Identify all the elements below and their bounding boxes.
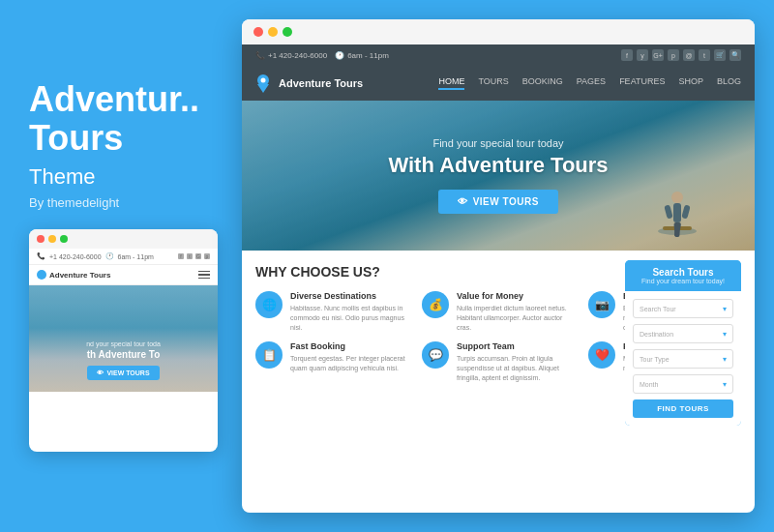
feature-value-money: 💰 Value for Money Nulla imperdiet dictum…	[422, 291, 575, 332]
mp-hero-overlay: nd your special tour toda th Adventure T…	[29, 285, 218, 392]
feature-globe-icon: 🌐	[255, 291, 283, 318]
nav-tours[interactable]: TOURS	[478, 76, 508, 90]
sw-input-type[interactable]: Tour Type ▾	[633, 349, 733, 369]
logo-pin-icon	[255, 74, 271, 93]
sw-arrow-destination: ▾	[723, 330, 727, 339]
social-instagram[interactable]: @	[683, 49, 695, 61]
search-icon[interactable]: 🔍	[729, 49, 741, 61]
rp-logo: Adventure Tours	[255, 74, 363, 93]
clock-icon: 🕐	[335, 51, 344, 60]
feature-booking-icon: 📋	[255, 341, 283, 369]
mp-phone-icon: 📞	[37, 252, 45, 260]
theme-by: By themedelight	[29, 195, 223, 210]
feature-diverse-destinations: 🌐 Diverse Destinations Habitasse. Nunc m…	[255, 291, 408, 332]
nav-shop[interactable]: SHOP	[678, 76, 703, 90]
mp-logo-text: Adventure Tours	[49, 271, 110, 280]
rp-topbar: 📞 +1 420-240-6000 🕐 6am - 11pm f y G+ p …	[242, 44, 755, 66]
feature-text-4: Torquent egestas. Per integer placerat q…	[290, 354, 408, 373]
mp-clock-icon: 🕐	[105, 252, 114, 260]
feature-title-5: Support Team	[457, 341, 575, 351]
feature-heart-icon: ❤️	[588, 341, 615, 369]
nav-booking[interactable]: BOOKING	[522, 76, 563, 90]
social-pinterest[interactable]: p	[668, 49, 679, 61]
social-google[interactable]: G+	[652, 49, 664, 61]
sw-input-month[interactable]: Month ▾	[633, 374, 733, 394]
sw-placeholder-type: Tour Type	[640, 356, 670, 363]
rp-hero: Find your special tour today With Advent…	[242, 101, 755, 251]
search-tours-widget: Search Tours Find your dream tour today!…	[625, 260, 741, 426]
sw-arrow-month: ▾	[723, 380, 727, 389]
rp-phone: 📞 +1 420-240-6000	[255, 51, 327, 60]
rp-why-section: WHY CHOOSE US? 🌐 Diverse Destinations Ha…	[242, 251, 755, 393]
sw-input-tour[interactable]: Search Tour ▾	[633, 299, 733, 318]
mp-hero-title: th Adventure To	[87, 349, 161, 360]
logo-pin-container	[255, 74, 271, 93]
social-facebook[interactable]: f	[621, 49, 633, 61]
nav-blog[interactable]: BLOG	[717, 76, 741, 90]
sw-placeholder-month: Month	[640, 381, 658, 388]
left-panel: Adventur.. Tours Theme By themedelight 📞…	[29, 80, 223, 452]
feature-chat-icon: 💬	[422, 341, 449, 369]
feature-camera-icon: 📷	[588, 291, 615, 318]
mp-logo: Adventure Tours	[37, 270, 110, 280]
mp-dot-green	[60, 235, 68, 243]
feature-text-1: Habitasse. Nunc mollis est dapibus in co…	[290, 304, 408, 332]
nav-features[interactable]: FEATURES	[619, 76, 665, 90]
rp-hero-subtitle: Find your special tour today	[432, 137, 563, 149]
feature-title-4: Fast Booking	[290, 341, 408, 351]
rp-dot-green	[283, 27, 292, 37]
svg-marker-1	[257, 84, 269, 93]
rp-topbar-right: f y G+ p @ t 🛒 🔍	[621, 49, 741, 61]
mp-hero: nd your special tour toda th Adventure T…	[29, 285, 218, 392]
mp-view-tours-button[interactable]: 👁 VIEW TOURS	[87, 366, 159, 380]
mp-social-g: G	[195, 253, 201, 259]
mp-social-t: t	[187, 253, 193, 259]
sw-field-tour: Search Tour ▾	[633, 299, 733, 318]
sw-placeholder-destination: Destination	[640, 331, 673, 338]
sw-placeholder-tour: Search Tour	[640, 306, 676, 312]
feature-text-2: Nulla imperdiet dictum laoreet netus. Ha…	[457, 304, 575, 332]
sw-field-destination: Destination ▾	[633, 324, 733, 343]
mp-hero-subtitle: nd your special tour toda	[86, 340, 161, 347]
mp-topbar-left: 📞 +1 420-240-6000 🕐 6am - 11pm	[37, 252, 154, 260]
rp-topbar-left: 📞 +1 420-240-6000 🕐 6am - 11pm	[255, 51, 389, 60]
right-preview: 📞 +1 420-240-6000 🕐 6am - 11pm f y G+ p …	[242, 19, 755, 513]
sw-title: Search Tours	[635, 267, 731, 278]
sw-subtitle: Find your dream tour today!	[635, 278, 731, 284]
sw-input-destination[interactable]: Destination ▾	[633, 324, 733, 343]
sw-arrow-type: ▾	[723, 355, 727, 364]
sw-body: Search Tour ▾ Destination ▾ Tour Type	[625, 291, 741, 426]
rp-view-tours-button[interactable]: 👁 VIEW TOURS	[438, 190, 558, 214]
rp-eye-icon: 👁	[458, 196, 468, 207]
rp-hero-content: Find your special tour today With Advent…	[242, 101, 755, 251]
mp-hamburger-icon[interactable]	[198, 271, 210, 280]
sw-arrow-tour: ▾	[723, 305, 727, 313]
social-twitter[interactable]: y	[637, 49, 648, 61]
mp-logo-icon	[37, 270, 46, 280]
social-tumblr[interactable]: t	[699, 49, 710, 61]
sw-find-button[interactable]: FIND TOURS	[633, 399, 733, 418]
svg-point-2	[261, 78, 266, 83]
feature-fast-booking: 📋 Fast Booking Torquent egestas. Per int…	[255, 341, 408, 382]
nav-pages[interactable]: PAGES	[577, 76, 606, 90]
rp-hours: 🕐 6am - 11pm	[335, 51, 389, 60]
mp-topbar: 📞 +1 420-240-6000 🕐 6am - 11pm f t G p	[29, 249, 218, 265]
feature-support-team: 💬 Support Team Turpis accumsan. Proin at…	[422, 341, 575, 382]
mp-social-f: f	[178, 253, 184, 259]
feature-money-icon: 💰	[422, 291, 449, 318]
main-container: Adventur.. Tours Theme By themedelight 📞…	[0, 0, 774, 532]
mobile-preview: 📞 +1 420-240-6000 🕐 6am - 11pm f t G p A…	[29, 229, 218, 452]
sw-field-month: Month ▾	[633, 374, 733, 394]
theme-subtitle: Theme	[29, 164, 223, 190]
mp-titlebar	[29, 229, 218, 249]
rp-nav-links: HOME TOURS BOOKING PAGES FEATURES SHOP B…	[438, 76, 741, 90]
mp-social-p: p	[204, 253, 210, 259]
cart-icon[interactable]: 🛒	[714, 49, 726, 61]
nav-home[interactable]: HOME	[438, 76, 464, 90]
phone-icon: 📞	[255, 51, 265, 60]
mp-hours: 6am - 11pm	[118, 253, 154, 260]
rp-dot-red	[253, 27, 263, 37]
feature-title-1: Diverse Destinations	[290, 291, 408, 301]
rp-dot-yellow	[268, 27, 278, 37]
mp-navbar: Adventure Tours	[29, 265, 218, 285]
